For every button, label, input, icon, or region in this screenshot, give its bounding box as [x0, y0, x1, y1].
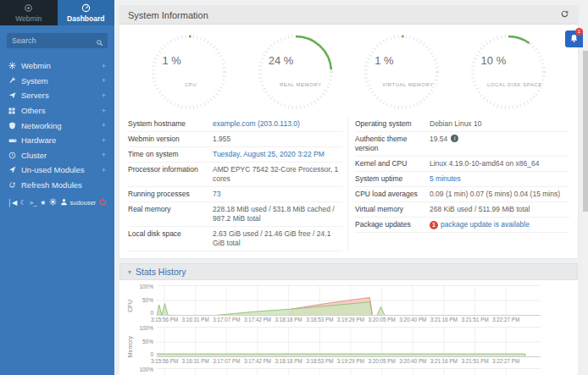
sidebar-item-label: Networking [21, 121, 62, 130]
local-disk-space-row: Local disk space2.63 GiB used / 21.46 Gi… [128, 227, 342, 251]
sidebar-search [7, 31, 108, 48]
search-input[interactable] [7, 33, 108, 48]
expand-plus-icon[interactable]: + [102, 136, 106, 145]
sidebar-item-un-used-modules[interactable]: Un-used Modules+ [0, 163, 114, 178]
info-label: Real memory [128, 205, 213, 223]
expand-plus-icon[interactable]: + [102, 151, 106, 159]
info-value[interactable]: Tuesday, August 25, 2020 3:22 PM [213, 150, 342, 159]
tab-webmin[interactable]: Webmin [0, 0, 58, 25]
cpu-gauge: 1 % CPU [147, 30, 230, 113]
x-tick-label: 3:15:56 PM [151, 358, 178, 364]
sidebar-item-servers[interactable]: Servers+ [0, 88, 114, 103]
info-label: Running processes [128, 190, 213, 199]
webmin-version-row: Webmin version1.955 [128, 132, 342, 147]
chart-x-axis: 3:15:56 PM3:16:31 PM3:17:07 PM3:17:42 PM… [157, 357, 541, 366]
x-tick-label: 3:20:40 PM [399, 317, 426, 323]
x-tick-label: 3:15:56 PM [151, 317, 178, 323]
chart-plot-area [157, 327, 541, 357]
star-icon: ★ [40, 199, 46, 207]
expand-plus-icon[interactable]: + [102, 166, 106, 174]
sidebar-item-label: Webmin [21, 61, 51, 70]
chart-plot-area [157, 368, 541, 375]
collapse-sidebar-button[interactable]: │◀ [8, 199, 17, 207]
info-value[interactable]: 1package update is available [430, 220, 569, 229]
sidebar-item-hardware[interactable]: Hardware+ [0, 133, 114, 148]
x-tick-label: 3:17:42 PM [244, 317, 271, 323]
info-label: Processor information [128, 165, 213, 184]
sidebar-item-cluster[interactable]: Cluster+ [0, 148, 114, 163]
system-hostname-row: System hostnameexample.com (203.0.113.0) [128, 117, 342, 132]
user-button[interactable]: sudouser [60, 198, 97, 207]
sidebar-item-label: Others [21, 106, 46, 115]
x-tick-label: 3:22:27 PM [492, 358, 519, 364]
info-value[interactable]: example.com (203.0.113.0) [213, 119, 342, 129]
favorites-button[interactable]: ★ [40, 199, 46, 207]
stats-history-toggle[interactable]: ▾ Stats History [119, 263, 578, 280]
sidebar-item-label: System [21, 76, 48, 85]
night-mode-button[interactable]: ☾ [20, 199, 26, 207]
power-icon [99, 198, 107, 207]
scrollbar-thumb[interactable] [583, 51, 588, 212]
x-tick-label: 3:21:16 PM [430, 317, 458, 323]
notification-bell-button[interactable]: 1 [565, 30, 583, 47]
chart-plot-area [157, 285, 541, 316]
logout-button[interactable] [99, 198, 107, 207]
info-icon[interactable]: i [451, 135, 458, 142]
update-count-badge: 1 [430, 221, 438, 229]
scrollbar[interactable] [583, 0, 588, 375]
expand-plus-icon[interactable]: + [102, 62, 106, 70]
authentic-theme-version-row: Authentic theme version19.54i [355, 132, 569, 157]
terminal-button[interactable]: >_ [29, 199, 36, 207]
x-tick-label: 3:20:05 PM [368, 358, 395, 364]
x-tick-label: 3:18:53 PM [306, 358, 333, 364]
sidebar-item-label: Servers [21, 91, 49, 100]
info-value[interactable]: 5 minutes [430, 174, 569, 184]
expand-plus-icon[interactable]: + [102, 91, 106, 100]
sidebar-item-refresh-modules[interactable]: Refresh Modules [0, 178, 114, 193]
stats-history-title: Stats History [136, 267, 186, 277]
memory-history-chart: Memory100%50%03:15:56 PM3:16:31 PM3:17:0… [125, 327, 578, 367]
x-tick-label: 3:20:05 PM [368, 317, 395, 323]
sidebar-item-system[interactable]: System+ [0, 74, 114, 89]
sidebar-item-webmin[interactable]: Webmin+ [0, 58, 114, 74]
info-label: System hostname [128, 119, 213, 129]
clock-icon [8, 152, 21, 159]
send-icon [8, 91, 21, 99]
y-tick-label: 100% [139, 367, 153, 372]
system-info-tables: System hostnameexample.com (203.0.113.0)… [119, 115, 578, 258]
search-icon[interactable] [96, 35, 103, 50]
info-value[interactable]: 73 [213, 190, 342, 199]
info-value: Linux 4.19.0-10-amd64 on x86_64 [430, 159, 569, 168]
chart-y-axis: 100%50%0 [135, 327, 157, 357]
expand-plus-icon[interactable]: + [102, 76, 106, 85]
gauges-row: 1 % CPU 24 % REAL MEMORY 1 % VIRTUAL MEM… [119, 25, 578, 115]
x-tick-label: 3:21:51 PM [461, 358, 488, 364]
sidebar-item-networking[interactable]: Networking+ [0, 118, 114, 133]
refresh-button[interactable] [560, 9, 569, 20]
virtual-memory-gauge: 1 % VIRTUAL MEMORY [360, 30, 443, 113]
chart-series-label: Memory [127, 336, 133, 357]
notification-badge: 1 [575, 28, 583, 36]
info-table-right: Operating systemDebian Linux 10Authentic… [348, 117, 569, 251]
grid-icon [8, 108, 21, 114]
sidebar-item-others[interactable]: Others+ [0, 103, 114, 119]
x-tick-label: 3:19:29 PM [337, 317, 364, 323]
x-tick-label: 3:20:40 PM [399, 358, 426, 364]
tab-dashboard[interactable]: Dashboard [58, 0, 115, 25]
expand-plus-icon[interactable]: + [102, 121, 106, 130]
chevron-down-icon: ▾ [128, 268, 131, 276]
virtual-memory-row: Virtual memory268 KiB used / 511.99 MiB … [355, 202, 569, 218]
sidebar-item-label: Hardware [21, 135, 56, 145]
refresh-icon [560, 9, 569, 21]
hdd-icon [8, 136, 21, 145]
system-uptime-row: System uptime5 minutes [355, 172, 569, 187]
cpu-history-chart: CPU100%50%03:15:56 PM3:16:31 PM3:17:07 P… [125, 285, 578, 325]
sidebar-item-label: Refresh Modules [21, 180, 82, 190]
settings-button[interactable] [49, 198, 57, 207]
y-tick-label: 50% [142, 297, 153, 303]
chart-y-axis: 100%50%0 [135, 285, 157, 316]
refresh-icon [8, 181, 21, 189]
cpu-gauge-label: CPU [185, 82, 197, 87]
expand-plus-icon[interactable]: + [102, 107, 106, 115]
info-label: Time on system [128, 150, 213, 159]
